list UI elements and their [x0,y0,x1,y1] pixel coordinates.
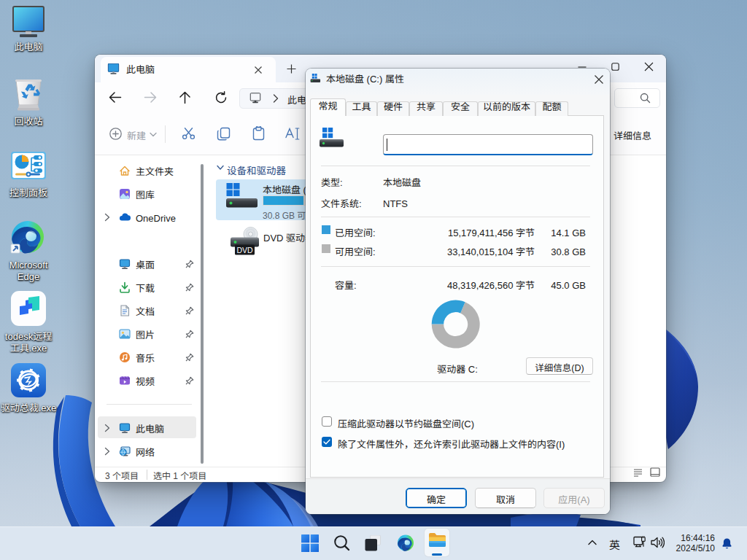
svg-text:DVD: DVD [236,246,253,254]
